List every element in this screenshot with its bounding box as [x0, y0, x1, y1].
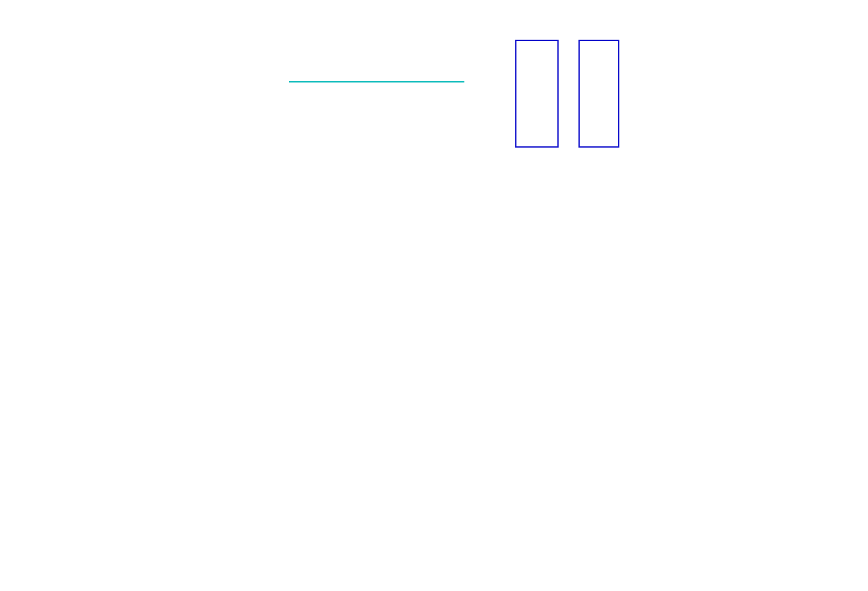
kpno-image-panel: [246, 327, 363, 438]
line-cutout-chart: [639, 31, 820, 141]
spec2d-separator-line: [289, 81, 464, 82]
fiber-positions-panel: [19, 327, 136, 438]
withsky-image: [515, 40, 559, 148]
full-spectrum-chart: [37, 208, 831, 288]
lineflux-map-panel: [131, 327, 249, 438]
elixer-detection-report: [0, 0, 868, 591]
cleanimage-image: [578, 40, 619, 148]
